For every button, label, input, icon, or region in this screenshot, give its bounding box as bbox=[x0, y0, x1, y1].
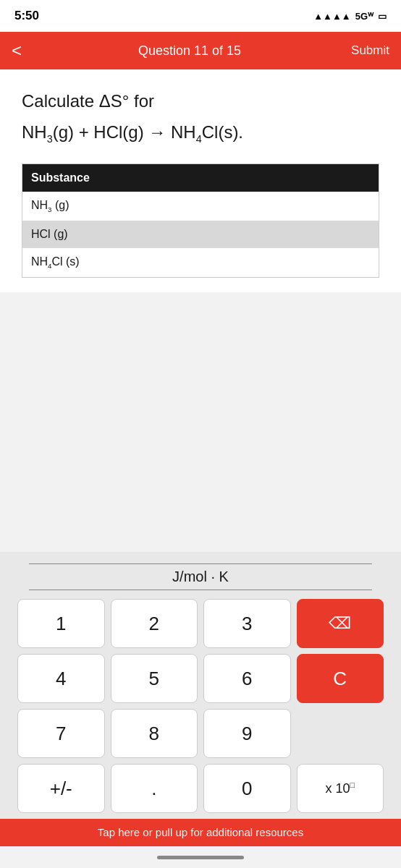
key-2[interactable]: 2 bbox=[111, 599, 198, 648]
key-1[interactable]: 1 bbox=[17, 599, 105, 648]
calculator-section: J/mol · K 1 2 3 ⌫ 4 5 6 C 7 8 9 bbox=[0, 552, 401, 819]
backspace-icon: ⌫ bbox=[329, 614, 351, 633]
substance-table: Substance NH3 (g) HCl (g) NH4Cl (s) bbox=[22, 163, 379, 278]
submit-button[interactable]: Submit bbox=[339, 43, 389, 58]
table-cell-nh4cl: NH4Cl (s) bbox=[22, 248, 379, 278]
home-indicator-bar bbox=[157, 856, 244, 859]
equation: NH3(g) + HCl(g) → NH4Cl(s). bbox=[22, 120, 379, 146]
table-header-substance: Substance bbox=[22, 163, 379, 192]
spacer bbox=[0, 292, 401, 552]
bottom-bar[interactable]: Tap here or pull up for additional resou… bbox=[0, 819, 401, 846]
x10-label: x 10□ bbox=[325, 780, 355, 796]
key-5[interactable]: 5 bbox=[111, 654, 198, 703]
key-empty bbox=[297, 709, 384, 758]
key-7[interactable]: 7 bbox=[17, 709, 105, 758]
page-wrapper: 5:50 ▲▲▲▲ 5Gᵂ ▭ < Question 11 of 15 Subm… bbox=[0, 0, 401, 868]
status-time: 5:50 bbox=[14, 9, 39, 23]
calc-display-area: J/mol · K bbox=[14, 563, 387, 590]
table-row: NH3 (g) bbox=[22, 192, 379, 221]
key-dot[interactable]: . bbox=[111, 764, 198, 813]
keypad: 1 2 3 ⌫ 4 5 6 C 7 8 9 +/- . 0 bbox=[14, 599, 387, 813]
key-3[interactable]: 3 bbox=[203, 599, 291, 648]
bottom-bar-text: Tap here or pull up for additional resou… bbox=[98, 826, 303, 838]
key-4[interactable]: 4 bbox=[17, 654, 105, 703]
table-row: HCl (g) bbox=[22, 221, 379, 248]
back-button[interactable]: < bbox=[12, 41, 41, 61]
question-counter: Question 11 of 15 bbox=[41, 43, 339, 59]
key-8[interactable]: 8 bbox=[111, 709, 198, 758]
key-0[interactable]: 0 bbox=[203, 764, 291, 813]
status-bar: 5:50 ▲▲▲▲ 5Gᵂ ▭ bbox=[0, 0, 401, 32]
status-icons: ▲▲▲▲ 5Gᵂ ▭ bbox=[313, 11, 387, 22]
key-6[interactable]: 6 bbox=[203, 654, 291, 703]
network-label: 5Gᵂ bbox=[355, 11, 373, 22]
key-plus-minus[interactable]: +/- bbox=[17, 764, 105, 813]
calc-unit-label: J/mol · K bbox=[172, 569, 229, 584]
key-backspace[interactable]: ⌫ bbox=[297, 599, 384, 648]
home-indicator bbox=[0, 846, 401, 868]
table-cell-hcl: HCl (g) bbox=[22, 221, 379, 248]
content-and-spacer: Calculate ΔS° for NH3(g) + HCl(g) → NH4C… bbox=[0, 69, 401, 819]
question-instruction: Calculate ΔS° for bbox=[22, 91, 379, 111]
key-x10[interactable]: x 10□ bbox=[297, 764, 384, 813]
table-row: NH4Cl (s) bbox=[22, 248, 379, 278]
key-9[interactable]: 9 bbox=[203, 709, 291, 758]
header: < Question 11 of 15 Submit bbox=[0, 32, 401, 69]
calc-display-line: J/mol · K bbox=[29, 563, 372, 590]
table-cell-nh3: NH3 (g) bbox=[22, 192, 379, 221]
battery-icon: ▭ bbox=[378, 11, 387, 22]
main-content: Calculate ΔS° for NH3(g) + HCl(g) → NH4C… bbox=[0, 69, 401, 292]
key-clear[interactable]: C bbox=[297, 654, 384, 703]
signal-icon: ▲▲▲▲ bbox=[313, 11, 350, 22]
